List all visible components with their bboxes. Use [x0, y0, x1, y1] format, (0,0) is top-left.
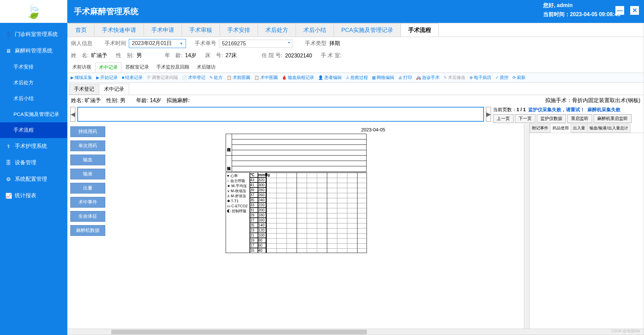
med-btn-2[interactable]: 输血	[70, 155, 105, 165]
med-btn-3[interactable]: 输液	[70, 169, 105, 179]
sidebar-item-nursing[interactable]: ⚕手术护理系统	[0, 138, 67, 155]
pager-btn-0[interactable]: 上一页	[493, 114, 514, 123]
right-tab-2[interactable]: 出入量	[571, 124, 588, 133]
sidebar-sub-pca[interactable]: PCA实施及管理记录	[0, 107, 67, 122]
current-time: 当前时间：2023-04-05 09:08:45	[543, 11, 620, 18]
toolbar-icon: ⚠	[346, 75, 349, 80]
gear-icon: ⚙	[5, 176, 11, 182]
type-value: 择期	[329, 40, 340, 47]
drug-grid: 持续用药 输血输液	[226, 134, 367, 172]
sidebar-item-anesthesia[interactable]: 🖥麻醉科管理系统	[0, 43, 67, 59]
pager-btn-2[interactable]: 监护仪数据	[537, 114, 566, 123]
greeting: 您好, admin	[543, 2, 620, 9]
top-tab-5[interactable]: 术后处方	[258, 23, 296, 37]
nav-row: ◀ ▶ 当前页数：1 / 1 监护仪采集失败，请重试！ 麻醉机采集失败 上一页下…	[68, 106, 644, 124]
chart-prev-button[interactable]: ◀	[70, 107, 75, 122]
chart-next-button[interactable]: ▶	[486, 107, 491, 122]
scale-c-tick: 29	[250, 213, 258, 218]
sidebar-item-config[interactable]: ⚙系统配置管理	[0, 171, 67, 187]
toolbar-btn-1[interactable]: ▶开始记录	[94, 74, 119, 81]
sidebar-item-outpatient[interactable]: 👤门诊科室管理系统	[0, 26, 67, 43]
scale-p-header: mmHg	[258, 172, 266, 177]
horizontal-scrollbar[interactable]	[68, 329, 644, 335]
bed-value: 27床	[226, 52, 237, 59]
scale-p-tick: 60	[258, 243, 266, 248]
med-btn-7[interactable]: 麻醉机数据	[70, 225, 105, 236]
toolbar-btn-5[interactable]: ✎处方	[208, 74, 224, 81]
right-tab-1[interactable]: 药品使用	[550, 124, 571, 133]
top-tab-7[interactable]: PCA实施及管理记录	[334, 23, 401, 37]
toolbar-btn-16[interactable]: ✓质控	[494, 74, 510, 81]
scale-c: ℃434139373533312927252321191715	[250, 172, 258, 253]
sub-tab-0[interactable]: 术前访视	[69, 62, 94, 73]
right-tab-3[interactable]: 输血/输液/出入量总计	[587, 124, 631, 133]
toolbar-icon: 📋	[227, 75, 232, 80]
order-no-select[interactable]: 52169275▾	[219, 40, 293, 48]
scale-p-tick: 100	[258, 233, 266, 238]
top-tab-0[interactable]: 首页	[68, 23, 94, 37]
top-tab-4[interactable]: 手术安排	[220, 23, 258, 37]
sidebar-sub-summary[interactable]: 术后小结	[0, 91, 67, 107]
row-group-drug: 持续用药	[226, 134, 232, 156]
med-btn-6[interactable]: 生命体征	[70, 211, 105, 222]
toolbar-btn-7[interactable]: 📋术中医嘱	[253, 74, 279, 81]
sub-tabs: 术前访视术中记录苏醒室记录手术监控及回顾术后随访	[68, 61, 644, 73]
toolbar-btn-15[interactable]: ⊕电子病历	[468, 74, 493, 81]
toolbar-btn-11[interactable]: ▦网格编辑	[370, 74, 396, 81]
scale-p-tick: 260	[258, 193, 266, 198]
top-tab-6[interactable]: 术后小结	[296, 23, 334, 37]
scale-c-tick: 37	[250, 193, 258, 198]
toolbar-btn-10[interactable]: ⚠抢救过程	[344, 74, 370, 81]
med-btn-5[interactable]: 术中事件	[70, 197, 105, 208]
toolbar-btn-13[interactable]: 🚑急诊手术	[414, 74, 441, 81]
chevron-down-icon: ▾	[288, 41, 290, 47]
page-count-label: 当前页数：1 / 1	[493, 107, 526, 113]
sub-tab-2[interactable]: 苏醒室记录	[122, 62, 152, 73]
sub-tab-1[interactable]: 术中记录	[95, 62, 121, 73]
sidebar-item-stats[interactable]: 📈统计报表	[0, 187, 67, 204]
top-tab-8[interactable]: 手术流程	[401, 23, 439, 37]
vertical-scrollbar[interactable]	[524, 124, 529, 329]
pager-btn-1[interactable]: 下一页	[515, 114, 535, 123]
inpatient-value: 202302140	[285, 53, 312, 59]
med-btn-1[interactable]: 单次用药	[70, 140, 105, 151]
top-tab-2[interactable]: 手术申请	[144, 23, 182, 37]
vitals-legend: ♥ 心率○ 自主呼吸★ M-平均压∨ M-收缩压∧ M-舒张压✱ T-T1▭ C…	[226, 172, 250, 253]
sidebar-item-device[interactable]: 🗄设备管理	[0, 155, 67, 171]
sidebar-sub-flow[interactable]: 手术流程	[0, 122, 67, 138]
content-tab-0[interactable]: 手术登记	[69, 84, 99, 95]
chart-date: 2023-04-05	[226, 127, 521, 132]
left-med-buttons: 持续用药单次用药输血输液出量术中事件生命体征麻醉机数据	[68, 124, 108, 329]
nursing-icon: ⚕	[5, 143, 11, 150]
content-tab-1[interactable]: 术中记录	[99, 84, 129, 95]
toolbar-btn-6[interactable]: 📋术前医嘱	[225, 74, 252, 81]
toolbar-btn-2[interactable]: ■结束记录	[120, 74, 144, 81]
right-tab-0[interactable]: 附记事件	[530, 124, 551, 133]
sidebar-sub-postrx[interactable]: 术后处方	[0, 75, 67, 91]
toolbar-btn-8[interactable]: 🩸输血病程记录	[280, 74, 316, 81]
top-tab-1[interactable]: 手术快速申请	[94, 23, 144, 37]
toolbar-icon: ✎	[444, 75, 447, 80]
chart-text-input[interactable]	[77, 107, 484, 122]
info-row-2: 姓 名: 旷涵予 性 别: 男 年 龄: 14岁 床 号: 27床 住 院 号:…	[68, 50, 644, 61]
pager-btn-3[interactable]: 重启监听	[567, 114, 592, 123]
close-button[interactable]: ✕	[630, 6, 639, 15]
toolbar-btn-4[interactable]: 📄术毕登记	[180, 74, 207, 81]
surgery-time-picker[interactable]: 2023年02月01日▼	[129, 39, 186, 48]
top-tab-3[interactable]: 手术审核	[182, 23, 220, 37]
toolbar-btn-9[interactable]: 👤患者编辑	[316, 74, 343, 81]
sidebar-sub-arrange[interactable]: 手术安排	[0, 59, 67, 75]
logo: 🍃	[0, 0, 67, 23]
sub-tab-4[interactable]: 术后随访	[193, 62, 219, 73]
toolbar-btn-0[interactable]: ▶继续采集	[69, 74, 94, 81]
age-value: 14岁	[185, 52, 196, 59]
minimize-button[interactable]: —	[615, 6, 624, 15]
toolbar-btn-17[interactable]: ⟳刷新	[511, 74, 527, 81]
scale-c-tick: 43	[250, 177, 258, 182]
pager-btn-4[interactable]: 麻醉机重启监听	[594, 114, 632, 123]
legend-item: ∨ M-收缩压	[227, 189, 249, 194]
toolbar-btn-12[interactable]: 🖨打印	[396, 74, 414, 81]
sub-tab-3[interactable]: 手术监控及回顾	[153, 62, 193, 73]
med-btn-0[interactable]: 持续用药	[70, 126, 105, 137]
med-btn-4[interactable]: 出量	[70, 183, 105, 194]
